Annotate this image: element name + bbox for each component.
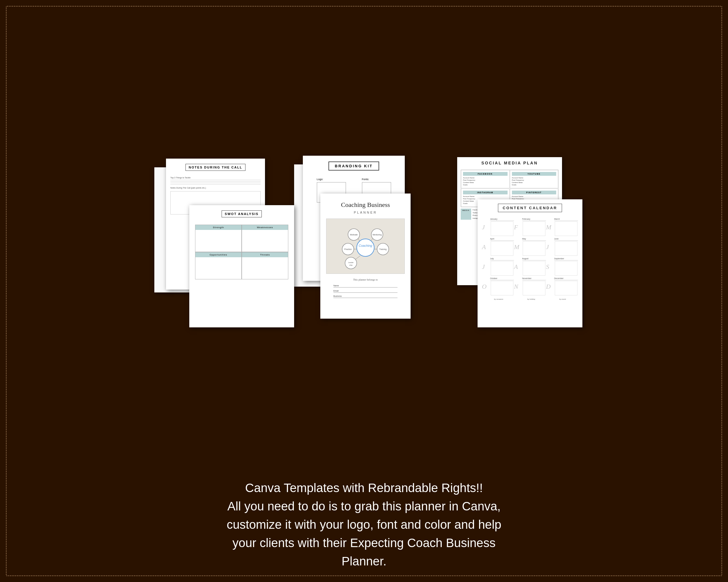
youtube-field-3: Content Ideas bbox=[512, 182, 556, 183]
youtube-field-4: Goals bbox=[512, 184, 556, 186]
svg-text:Mentoring: Mentoring bbox=[372, 234, 382, 236]
swot-weaknesses-cell: Weaknesses bbox=[242, 225, 288, 252]
calendar-grid: J January F February M March bbox=[482, 218, 578, 296]
youtube-title: YOUTUBE bbox=[512, 172, 556, 176]
svg-point-1 bbox=[357, 239, 374, 256]
pinterest-title: PINTEREST bbox=[512, 191, 556, 194]
facebook-title: FACEBOOK bbox=[463, 172, 508, 176]
cover-page: Coaching Business PLANNER Coaching bbox=[320, 194, 411, 318]
pinterest-field-1: Account Name bbox=[512, 196, 556, 197]
cal-letter-apr: A bbox=[482, 243, 490, 251]
cover-business-label: Business bbox=[333, 295, 397, 297]
cal-sep: September bbox=[554, 257, 578, 276]
notes-line2 bbox=[171, 181, 261, 182]
coaching-svg: Coaching Motivate Mentoring Practice bbox=[328, 220, 403, 272]
cover-email-label: Email bbox=[333, 290, 397, 292]
cal-nov: November bbox=[522, 277, 546, 296]
cal-letter-oct: O bbox=[482, 283, 490, 290]
cover-belongs-text: This planner belongs to bbox=[353, 278, 378, 281]
calendar-row-3: J July A August S September bbox=[482, 257, 578, 276]
swot-opportunities-header: Opportunities bbox=[196, 252, 241, 257]
swot-strength-header: Strength bbox=[196, 225, 241, 230]
cover-name-line bbox=[333, 287, 397, 287]
cal-letter-jul: J bbox=[482, 263, 490, 271]
cal-letter-jan: J bbox=[482, 223, 490, 231]
notes-line3 bbox=[171, 183, 261, 183]
coaching-diagram: Coaching Motivate Mentoring Practice bbox=[327, 219, 405, 274]
calendar-row-4: O October N November D December bbox=[482, 277, 578, 296]
cal-feb: February bbox=[522, 218, 546, 237]
swot-strength-body bbox=[196, 230, 241, 252]
bottom-line2: All you need to do is to grab this plann… bbox=[35, 497, 693, 515]
facebook-field-1: Account Name bbox=[463, 177, 508, 179]
swot-threats-body bbox=[242, 257, 288, 279]
notes-section1-label: Top 3 Things to Tackle bbox=[171, 177, 261, 179]
pages-container: NOTES DURING THE CALL Top 3 Things to Ta… bbox=[143, 141, 585, 345]
cal-letter-sep: S bbox=[546, 263, 554, 271]
swot-grid: Strength Weaknesses Opportunities Threat… bbox=[195, 225, 288, 279]
cover-name-label: Name bbox=[333, 285, 397, 287]
swot-weaknesses-body bbox=[242, 230, 288, 252]
cal-letter-may: M bbox=[514, 243, 522, 251]
youtube-field-2: Post Frequency bbox=[512, 179, 556, 181]
swot-opportunities-cell: Opportunities bbox=[195, 252, 242, 279]
facebook-field-2: Post Frequency bbox=[463, 179, 508, 181]
cover-subtitle: PLANNER bbox=[354, 211, 377, 214]
social-media-title: SOCIAL MEDIA PLAN bbox=[457, 157, 562, 168]
cover-business-line bbox=[333, 298, 397, 298]
branding-logo-label: Logo: bbox=[317, 178, 346, 181]
calendar-filters: by occasion by holiday by event bbox=[482, 298, 578, 300]
bottom-line3: customize it with your logo, font and co… bbox=[35, 515, 693, 534]
swot-title: SWOT ANALYSIS bbox=[222, 211, 262, 217]
facebook-field-3: Content Ideas bbox=[463, 182, 508, 183]
bottom-text-area: Canva Templates with Rebrandable Rights!… bbox=[35, 479, 693, 570]
branding-title: BRANDING KIT bbox=[329, 162, 380, 170]
bottom-line5: Planner. bbox=[35, 552, 693, 570]
cal-letter-jun: J bbox=[546, 243, 554, 251]
swot-threats-cell: Threats bbox=[242, 252, 288, 279]
swot-weaknesses-header: Weaknesses bbox=[242, 225, 288, 230]
cal-oct: October bbox=[490, 277, 514, 296]
svg-text:Practice: Practice bbox=[344, 248, 352, 250]
notes-header: NOTES DURING THE CALL bbox=[166, 159, 265, 174]
cal-apr: April bbox=[490, 238, 514, 256]
notes-line4 bbox=[171, 184, 261, 185]
filter-holiday: by holiday bbox=[527, 298, 535, 300]
cover-title: Coaching Business bbox=[341, 201, 390, 209]
pages-area: NOTES DURING THE CALL Top 3 Things to Ta… bbox=[18, 15, 710, 471]
swot-strength-cell: Strength bbox=[195, 225, 242, 252]
bottom-line1: Canva Templates with Rebrandable Rights!… bbox=[35, 479, 693, 497]
calendar-row-2: A April M May J June bbox=[482, 238, 578, 256]
cal-dec: December bbox=[554, 277, 578, 296]
notes-line1 bbox=[171, 180, 261, 180]
cal-may: May bbox=[522, 238, 546, 256]
cal-letter-aug: A bbox=[514, 263, 522, 271]
facebook-field-4: Goals bbox=[463, 184, 508, 186]
swot-opportunities-body bbox=[196, 257, 241, 279]
svg-text:Training: Training bbox=[379, 248, 386, 251]
filter-event: by event bbox=[560, 298, 566, 300]
svg-text:Coaching: Coaching bbox=[359, 244, 372, 247]
svg-text:Motivate: Motivate bbox=[350, 234, 358, 236]
bottom-line4: your clients with their Expecting Coach … bbox=[35, 534, 693, 552]
filter-occasion: by occasion bbox=[494, 298, 503, 300]
cover-content: Coaching Business PLANNER Coaching bbox=[320, 194, 411, 305]
branding-fonts-label: Fonts: bbox=[362, 178, 391, 181]
instagram-title: INSTAGRAM bbox=[463, 191, 508, 194]
facebook-cell: FACEBOOK Account Name Post Frequency Con… bbox=[461, 170, 510, 188]
calendar-title: CONTENT CALENDAR bbox=[498, 204, 562, 212]
cal-letter-dec: D bbox=[546, 283, 554, 290]
branding-header: BRANDING KIT bbox=[303, 156, 405, 175]
cal-letter-feb: F bbox=[514, 223, 522, 231]
svg-text:Leader: Leader bbox=[348, 261, 354, 264]
svg-text:ship: ship bbox=[349, 264, 353, 266]
cover-email-line bbox=[333, 293, 397, 293]
cal-jul: July bbox=[490, 257, 514, 276]
swot-threats-header: Threats bbox=[242, 252, 288, 257]
youtube-field-1: Account Name bbox=[512, 177, 556, 179]
instagram-field-1: Account Name bbox=[463, 196, 508, 197]
content-calendar-page: CONTENT CALENDAR J January F February M bbox=[477, 199, 582, 327]
youtube-cell: YOUTUBE Account Name Post Frequency Cont… bbox=[510, 170, 558, 188]
cal-jan: January bbox=[490, 218, 514, 237]
swot-page: SWOT ANALYSIS Strength Weaknesses Opport… bbox=[189, 205, 294, 327]
